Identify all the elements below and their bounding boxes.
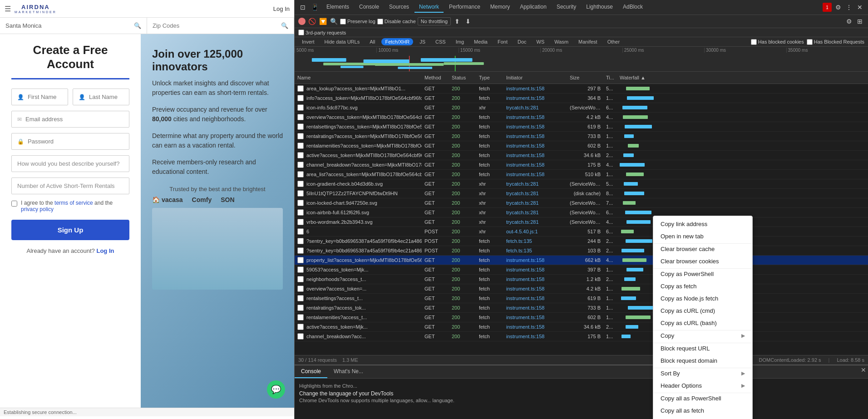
- context-menu-item[interactable]: Copy as fetch: [653, 280, 752, 292]
- filter-all[interactable]: All: [366, 38, 379, 45]
- row-checkbox[interactable]: [297, 333, 304, 340]
- first-name-input[interactable]: [28, 94, 62, 100]
- row-checkbox[interactable]: [297, 257, 304, 263]
- row-checkbox[interactable]: [297, 247, 304, 254]
- context-menu-item[interactable]: Copy as cURL (bash): [653, 317, 752, 329]
- table-row[interactable]: info?access_token=MjkxMTI8bO178bfOe564cb…: [295, 94, 868, 103]
- bottom-tab-console[interactable]: Console: [295, 365, 327, 378]
- table-row[interactable]: rentalratings?access_token=MjkxMTI8bO178…: [295, 132, 868, 141]
- sign-up-button[interactable]: Sign Up: [11, 220, 129, 240]
- filter-fetch-xhr[interactable]: Fetch/XHR: [381, 38, 413, 45]
- table-row[interactable]: rentalsettings?access_token=MjkxMTI8bO17…: [295, 122, 868, 132]
- filter-wasm[interactable]: Wasm: [551, 38, 572, 45]
- filter-media[interactable]: Media: [470, 38, 491, 45]
- table-row[interactable]: icon-airbnb-full.612f62f6.svg GET 200 xh…: [295, 208, 868, 217]
- filter-manifest[interactable]: Manifest: [575, 38, 601, 45]
- table-row[interactable]: 6 POST 200 xhr out-4.5.40.js:1 517 B 6..…: [295, 227, 868, 237]
- row-checkbox[interactable]: [297, 200, 304, 206]
- table-row[interactable]: overview?access_token=... GET 200 fetch …: [295, 284, 868, 294]
- context-menu-item[interactable]: Block request URL: [653, 343, 752, 355]
- tab-network[interactable]: Network: [414, 2, 444, 13]
- bottom-close-icon[interactable]: ✕: [859, 365, 868, 375]
- tab-performance[interactable]: Performance: [444, 2, 485, 13]
- tab-lighthouse[interactable]: Lighthouse: [582, 2, 617, 13]
- row-checkbox[interactable]: [297, 190, 304, 197]
- location-search-icon[interactable]: 🔍: [134, 22, 141, 29]
- th-time[interactable]: Ti...: [603, 74, 617, 82]
- table-row[interactable]: rentalamenities?access_t... GET 200 fetc…: [295, 313, 868, 322]
- row-checkbox[interactable]: [297, 95, 304, 101]
- row-checkbox[interactable]: [297, 228, 304, 235]
- table-row[interactable]: area_lookup?access_token=MjkxMTI8bO1... …: [295, 84, 868, 94]
- dt-more-icon[interactable]: ⋮: [844, 3, 853, 12]
- row-checkbox[interactable]: [297, 181, 304, 187]
- terms-link[interactable]: terms of service: [54, 200, 93, 206]
- row-checkbox[interactable]: [297, 209, 304, 216]
- context-menu-item[interactable]: Copy all as PowerShell: [653, 393, 752, 404]
- context-menu-item[interactable]: Copy all as Node.js fetch: [653, 417, 752, 419]
- third-party-checkbox[interactable]: [298, 30, 304, 35]
- row-checkbox[interactable]: [297, 266, 304, 273]
- filter-other[interactable]: Other: [604, 38, 624, 45]
- export-icon[interactable]: ⬇: [464, 17, 473, 26]
- login-link[interactable]: Log In: [96, 247, 114, 254]
- table-row[interactable]: rentalratings?access_tok... GET 200 fetc…: [295, 303, 868, 313]
- tab-memory[interactable]: Memory: [486, 2, 514, 13]
- context-menu-item[interactable]: Header Options▶: [653, 380, 752, 392]
- context-menu-item[interactable]: Clear browser cookies: [653, 255, 752, 267]
- context-menu-item[interactable]: Copy as PowerShell: [653, 268, 752, 280]
- row-checkbox[interactable]: [297, 314, 304, 320]
- row-checkbox[interactable]: [297, 133, 304, 139]
- filter-img[interactable]: Img: [452, 38, 468, 45]
- row-checkbox[interactable]: [297, 85, 304, 92]
- dt-close-icon[interactable]: ✕: [855, 3, 864, 12]
- table-row[interactable]: icon-info.5dc877bc.svg GET 200 xhr tryca…: [295, 103, 868, 113]
- context-menu-item[interactable]: Block request domain: [653, 355, 752, 367]
- rentals-select[interactable]: Number of Active Short-Term Rentals: [11, 177, 129, 194]
- disable-cache-checkbox[interactable]: [377, 19, 383, 25]
- dt-dock-icon[interactable]: ⊞: [855, 17, 864, 26]
- th-status[interactable]: Status: [449, 74, 476, 82]
- context-menu-item[interactable]: Copy▶: [653, 330, 752, 342]
- th-method[interactable]: Method: [422, 74, 449, 82]
- clear-icon[interactable]: 🚫: [307, 17, 316, 26]
- last-name-input[interactable]: [89, 94, 123, 100]
- table-row[interactable]: rentalsettings?access_t... GET 200 fetch…: [295, 294, 868, 303]
- zipcode-search-icon[interactable]: 🔍: [281, 22, 288, 29]
- tab-sources[interactable]: Sources: [385, 2, 414, 13]
- password-input[interactable]: [28, 138, 123, 145]
- table-row[interactable]: 59053?access_token=Mjk... GET 200 fetch …: [295, 265, 868, 275]
- has-blocked-requests-checkbox[interactable]: [807, 39, 813, 45]
- table-row[interactable]: neighborhoods?access_t... GET 200 fetch …: [295, 275, 868, 284]
- row-checkbox[interactable]: [297, 238, 304, 244]
- row-checkbox[interactable]: [297, 295, 304, 301]
- preserve-log-checkbox[interactable]: [340, 19, 346, 25]
- row-checkbox[interactable]: [297, 276, 304, 282]
- filter-doc[interactable]: Doc: [514, 38, 530, 45]
- filter-font[interactable]: Font: [494, 38, 511, 45]
- table-row[interactable]: icon-gradient-check.b04d3d6b.svg GET 200…: [295, 179, 868, 189]
- chat-bubble[interactable]: 💬: [267, 380, 285, 399]
- table-row[interactable]: overview?access_token=MjkxMTI8bO178bfOe5…: [295, 113, 868, 122]
- table-row[interactable]: channel_breakdown?access_token=MjkxMTI8b…: [295, 160, 868, 170]
- row-checkbox[interactable]: [297, 324, 304, 330]
- context-menu-item[interactable]: Copy all as fetch: [653, 404, 752, 417]
- filter-icon[interactable]: 🔽: [318, 17, 327, 26]
- search-icon[interactable]: 🔍: [329, 17, 338, 26]
- th-type[interactable]: Type: [476, 74, 503, 82]
- context-menu-item[interactable]: Copy as Node.js fetch: [653, 292, 752, 305]
- tab-elements[interactable]: Elements: [322, 2, 354, 13]
- row-checkbox[interactable]: [297, 162, 304, 168]
- table-row[interactable]: rentalamenities?access_token=MjkxMTI8bO1…: [295, 141, 868, 151]
- context-menu-item[interactable]: Copy as cURL (cmd): [653, 305, 752, 317]
- bottom-tab-whats-new[interactable]: What's Ne...: [327, 365, 370, 378]
- devtools-mobile-icon[interactable]: 📱: [310, 3, 319, 12]
- tab-adblock[interactable]: AdBlock: [618, 2, 647, 13]
- row-checkbox[interactable]: [297, 143, 304, 149]
- import-icon[interactable]: ⬆: [453, 17, 462, 26]
- th-size[interactable]: Size: [567, 74, 603, 82]
- th-name[interactable]: Name: [295, 74, 422, 82]
- describe-select[interactable]: How would you best describe yourself?: [11, 155, 129, 172]
- table-row[interactable]: ?sentry_key=b0bd6965387a45a59f76f9b4ec21…: [295, 246, 868, 256]
- row-checkbox[interactable]: [297, 219, 304, 225]
